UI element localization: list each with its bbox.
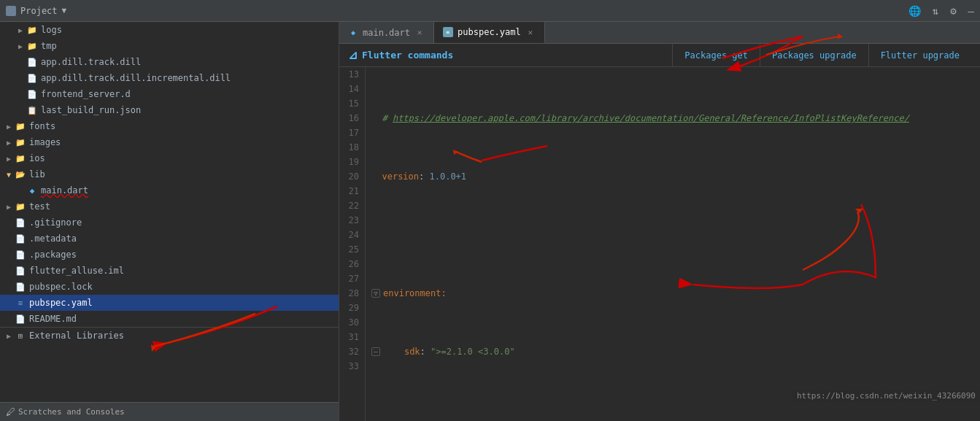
dropdown-arrow[interactable]: ▼ bbox=[62, 6, 67, 15]
sidebar-item-tmp[interactable]: ▶ 📁 tmp bbox=[0, 38, 339, 54]
spacer bbox=[15, 104, 26, 116]
item-label: ios bbox=[29, 153, 45, 163]
sidebar-item-gitignore[interactable]: 📄 .gitignore bbox=[0, 215, 339, 231]
flutter-actions: Packages get Packages upgrade Flutter up… bbox=[672, 44, 971, 67]
file-icon: 📄 bbox=[15, 313, 26, 325]
scratches-item[interactable]: 🖊 Scratches and Consoles bbox=[6, 406, 125, 417]
tab-bar: ◆ main.dart ✕ ≡ pubspec.yaml ✕ bbox=[339, 22, 980, 44]
fold-btn-17[interactable]: — bbox=[371, 347, 380, 356]
sidebar-item-frontend-server[interactable]: 📄 frontend_server.d bbox=[0, 86, 339, 102]
tab-label: pubspec.yaml bbox=[458, 27, 521, 37]
sidebar-item-readme[interactable]: 📄 README.md bbox=[0, 311, 339, 327]
sidebar-item-pubspec-yaml[interactable]: ≡ pubspec.yaml bbox=[0, 295, 339, 311]
line-num-29: 29 bbox=[342, 301, 359, 315]
tab-close-pubspec-yaml[interactable]: ✕ bbox=[525, 27, 536, 37]
project-icon bbox=[6, 6, 16, 16]
scratches-icon: 🖊 bbox=[6, 406, 15, 417]
sidebar-tree: ▶ 📁 logs ▶ 📁 tmp 📄 app.dill.track.dill bbox=[0, 22, 339, 402]
spacer bbox=[3, 233, 15, 244]
line-num-30: 30 bbox=[342, 315, 359, 330]
item-label: .gitignore bbox=[29, 217, 82, 228]
line-num-26: 26 bbox=[342, 257, 359, 271]
tab-main-dart[interactable]: ◆ main.dart ✕ bbox=[339, 22, 434, 43]
sidebar-item-app-dill[interactable]: 📄 app.dill.track.dill bbox=[0, 54, 339, 70]
sidebar-item-test[interactable]: ▶ 📁 test bbox=[0, 198, 339, 215]
file-icon: 📄 bbox=[15, 233, 26, 244]
fold-btn-16[interactable]: ▽ bbox=[371, 289, 380, 298]
item-label: test bbox=[29, 201, 50, 212]
spacer bbox=[15, 88, 26, 100]
code-text: # https://developer.apple.com/library/ar… bbox=[371, 111, 909, 125]
title-bar: Project ▼ 🌐 ⇅ ⚙ — bbox=[0, 0, 980, 22]
spacer bbox=[15, 72, 26, 84]
line-num-20: 20 bbox=[342, 169, 359, 184]
dart-icon: ◆ bbox=[26, 185, 38, 196]
folder-icon: 📁 bbox=[26, 24, 38, 36]
item-label: images bbox=[29, 137, 61, 147]
minimize-icon[interactable]: — bbox=[968, 5, 974, 17]
file-icon: 📄 bbox=[15, 249, 26, 260]
line-num-33: 33 bbox=[342, 359, 359, 374]
line-num-22: 22 bbox=[342, 198, 359, 213]
main-layout: ▶ 📁 logs ▶ 📁 tmp 📄 app.dill.track.dill bbox=[0, 22, 980, 421]
code-text: sdk: ">=2.1.0 <3.0.0" bbox=[383, 344, 515, 359]
sidebar-item-packages[interactable]: 📄 .packages bbox=[0, 247, 339, 263]
spacer bbox=[15, 185, 26, 196]
line-num-17: 17 bbox=[342, 125, 359, 140]
sidebar-item-images[interactable]: ▶ 📁 images bbox=[0, 134, 339, 150]
line-num-15: 15 bbox=[342, 96, 359, 111]
sidebar-item-pubspec-lock[interactable]: 📄 pubspec.lock bbox=[0, 279, 339, 295]
item-label: fonts bbox=[29, 121, 55, 131]
item-label: logs bbox=[41, 25, 62, 35]
arrow-icon: ▶ bbox=[15, 24, 26, 36]
dart-tab-icon: ◆ bbox=[348, 28, 358, 38]
gear-icon[interactable]: ⚙ bbox=[950, 5, 956, 17]
spacer bbox=[3, 281, 15, 293]
flutter-upgrade-btn[interactable]: Flutter upgrade bbox=[868, 44, 971, 67]
sidebar-item-flutter-alluse[interactable]: 📄 flutter_alluse.iml bbox=[0, 263, 339, 279]
line-num-23: 23 bbox=[342, 213, 359, 228]
item-label: app.dill.track.dill.incremental.dill bbox=[41, 73, 231, 83]
code-line-16: ▽environment: bbox=[371, 286, 974, 301]
item-label: flutter_alluse.iml bbox=[29, 266, 124, 276]
sidebar-item-app-dill-inc[interactable]: 📄 app.dill.track.dill.incremental.dill bbox=[0, 70, 339, 86]
flutter-label: Flutter commands bbox=[362, 50, 453, 61]
item-label: app.dill.track.dill bbox=[41, 57, 141, 67]
watermark: https://blog.csdn.net/weixin_43266090 bbox=[792, 390, 980, 402]
scratches-label: Scratches and Consoles bbox=[18, 407, 125, 417]
bottom-bar: 🖊 Scratches and Consoles bbox=[0, 402, 339, 421]
tab-pubspec-yaml[interactable]: ≡ pubspec.yaml ✕ bbox=[434, 22, 545, 43]
sidebar-item-fonts[interactable]: ▶ 📁 fonts bbox=[0, 118, 339, 134]
packages-upgrade-btn[interactable]: Packages upgrade bbox=[760, 44, 868, 67]
spacer bbox=[3, 297, 15, 309]
line-numbers: 13 14 15 16 17 18 19 20 21 22 23 24 25 2… bbox=[339, 67, 366, 421]
code-line-15 bbox=[371, 228, 974, 242]
packages-get-btn[interactable]: Packages get bbox=[672, 44, 760, 67]
sidebar-item-last-build[interactable]: 📋 last_build_run.json bbox=[0, 102, 339, 118]
sidebar-item-main-dart[interactable]: ◆ main.dart bbox=[0, 182, 339, 198]
sidebar-item-logs[interactable]: ▶ 📁 logs bbox=[0, 22, 339, 38]
line-num-14: 14 bbox=[342, 82, 359, 96]
globe-icon[interactable]: 🌐 bbox=[908, 5, 921, 17]
item-label: frontend_server.d bbox=[41, 89, 131, 99]
arrow-icon: ▶ bbox=[3, 120, 15, 132]
arrow-icon: ▼ bbox=[3, 169, 15, 180]
line-num-21: 21 bbox=[342, 184, 359, 198]
flutter-bar: ⊿ Flutter commands Packages get Packages… bbox=[339, 44, 980, 67]
split-icon[interactable]: ⇅ bbox=[933, 5, 938, 17]
sidebar-item-metadata[interactable]: 📄 .metadata bbox=[0, 231, 339, 247]
tab-close-main-dart[interactable]: ✕ bbox=[414, 28, 425, 38]
sidebar-item-ios[interactable]: ▶ 📁 ios bbox=[0, 150, 339, 166]
item-label: tmp bbox=[41, 41, 57, 51]
code-area[interactable]: # https://developer.apple.com/library/ar… bbox=[366, 67, 980, 421]
code-line-17: — sdk: ">=2.1.0 <3.0.0" bbox=[371, 344, 974, 359]
sidebar-item-external-libs[interactable]: ▶ ⊞ External Libraries bbox=[0, 328, 339, 344]
editor-content[interactable]: 13 14 15 16 17 18 19 20 21 22 23 24 25 2… bbox=[339, 67, 980, 421]
folder-icon: 📁 bbox=[15, 201, 26, 212]
file-icon: 📄 bbox=[15, 265, 26, 277]
flutter-icon: ⊿ bbox=[348, 48, 358, 62]
line-num-31: 31 bbox=[342, 330, 359, 344]
sidebar-item-lib[interactable]: ▼ 📂 lib bbox=[0, 166, 339, 182]
tab-label: main.dart bbox=[363, 28, 410, 38]
item-label: lib bbox=[29, 169, 45, 179]
